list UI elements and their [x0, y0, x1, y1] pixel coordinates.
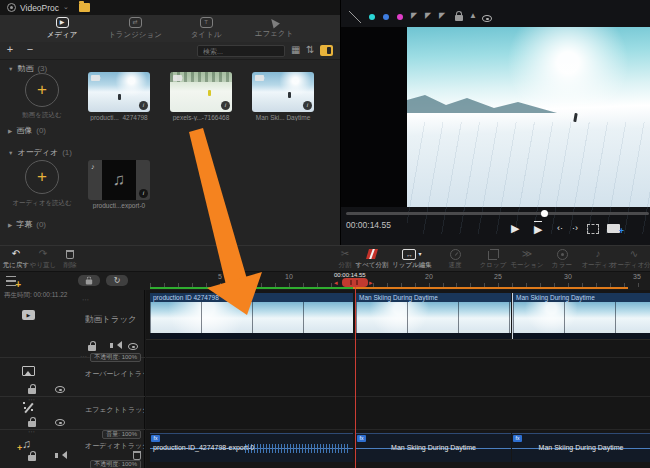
audio-track-icon: ♫: [22, 438, 31, 450]
video-thumbnail-1[interactable]: i: [88, 72, 150, 112]
load-video-button[interactable]: +: [25, 73, 59, 107]
ruler-mark: 35: [633, 273, 641, 280]
add-media-button[interactable]: +: [3, 43, 17, 55]
effect-track-label: エフェクトトラック: [85, 405, 144, 415]
load-video-label: 動画を読込む: [12, 111, 72, 120]
audio-split-button[interactable]: ∿ オーディオ分割: [611, 248, 650, 270]
lock-icon[interactable]: [455, 15, 463, 21]
section-audio-header[interactable]: ▼ オーディオ (1): [8, 147, 72, 158]
add-track-button[interactable]: [6, 276, 16, 286]
section-image-name: 画像: [16, 125, 32, 136]
eye-icon[interactable]: [128, 343, 138, 350]
audio-clip-3[interactable]: fx Man Skiing During Daytime: [512, 433, 650, 462]
audio-clip-2[interactable]: fx Man Skiing During Daytime: [356, 433, 511, 462]
speaker-icon[interactable]: [110, 343, 113, 348]
eye-icon[interactable]: [55, 386, 65, 393]
track-menu-dots[interactable]: ⋯: [82, 296, 90, 304]
delete-button[interactable]: 削除: [47, 248, 93, 270]
project-folder-icon[interactable]: [79, 3, 90, 12]
info-badge-icon: i: [139, 101, 148, 110]
video-thumbnail-3[interactable]: i: [252, 72, 314, 112]
timeline-loop-button[interactable]: ↻: [106, 275, 128, 286]
timeline-lock-button[interactable]: [78, 275, 100, 286]
play-button[interactable]: ▶: [511, 221, 519, 235]
section-image-header[interactable]: ▶ 画像 (0): [8, 125, 46, 136]
cursor-tool-3-icon[interactable]: ◤: [439, 11, 445, 20]
add-audio-plus-icon: +: [17, 443, 22, 453]
rendered-range-bar: [150, 287, 353, 289]
clip-filmstrip: [513, 302, 650, 333]
tab-media[interactable]: ▶ メディア: [34, 17, 90, 42]
trash-icon[interactable]: [133, 451, 141, 460]
playhead-left-chevron-icon: ◂: [334, 278, 338, 287]
marker-dot-magenta[interactable]: [397, 14, 403, 20]
lock-icon[interactable]: [28, 421, 36, 427]
tab-effect[interactable]: エフェクト: [245, 17, 303, 42]
play-from-start-button[interactable]: ▶: [534, 221, 542, 236]
section-audio-name: オーディオ: [17, 147, 58, 158]
timeline-ruler-bar[interactable]: ↻ 5 10 20 25 30 35 00:00:14.55 ◂ ▸: [0, 272, 650, 290]
prev-frame-button[interactable]: ‹·: [557, 221, 563, 235]
audio-split-label: オーディオ分割: [611, 261, 650, 270]
app-logo-icon: [7, 3, 16, 12]
remove-media-button[interactable]: −: [23, 43, 37, 55]
delete-label: 削除: [64, 261, 77, 270]
video-clip-3[interactable]: Man Skiing During Daytime: [512, 293, 650, 339]
snapshot-button[interactable]: [587, 224, 599, 234]
info-badge-icon: i: [303, 101, 312, 110]
video-clip-2[interactable]: Man Skiing During Daytime: [356, 293, 511, 339]
video-thumbnail-2[interactable]: i: [170, 72, 232, 112]
seek-bar[interactable]: [346, 212, 649, 215]
audio-thumbnail-1[interactable]: ♫ ♪ i: [88, 160, 150, 200]
ripple-edit-button[interactable]: ↔▾ リップル編集: [389, 248, 435, 270]
audio-label: オーディオ: [581, 261, 614, 270]
marker-dot-cyan[interactable]: [369, 14, 375, 20]
cursor-tool-2-icon[interactable]: ◤: [425, 11, 431, 20]
eye-icon[interactable]: [482, 15, 492, 22]
skier-figure: [288, 92, 291, 98]
section-subtitle-header[interactable]: ▶ 字幕 (0): [8, 219, 46, 230]
app-menu-chevron-icon[interactable]: ⌄: [63, 3, 69, 11]
video-preview: [407, 27, 650, 207]
tab-media-label: メディア: [47, 30, 78, 40]
search-input[interactable]: [197, 45, 285, 57]
lock-icon[interactable]: [28, 388, 36, 394]
triangle-icon[interactable]: ▲: [469, 11, 477, 20]
ruler-icon[interactable]: [349, 11, 361, 23]
video-clip-1[interactable]: production ID 4274798: [150, 293, 353, 339]
clip-filmstrip: [356, 302, 511, 333]
clip-filmstrip: [150, 302, 353, 333]
track-divider: [0, 396, 145, 397]
load-audio-button[interactable]: +: [25, 160, 59, 194]
tab-transition[interactable]: ⇄ トランジション: [100, 17, 170, 42]
seek-handle[interactable]: [541, 210, 548, 217]
video-thumbnail-2-label: pexels-y...-7166468: [170, 114, 232, 121]
audio-clip-1[interactable]: fx production-ID_4274798-export-0: [150, 433, 353, 462]
split-all-icon: [366, 248, 378, 260]
audio-track-label: オーディオトラック: [85, 441, 144, 451]
speaker-icon[interactable]: [55, 453, 58, 458]
cursor-tool-1-icon[interactable]: ◤: [411, 11, 417, 20]
audio-clip-2-label: Man Skiing During Daytime: [356, 444, 511, 451]
overlay-track-icon: [22, 366, 35, 376]
fx-badge: fx: [513, 435, 522, 442]
tab-title[interactable]: T タイトル: [180, 17, 232, 42]
crop-icon: [488, 248, 499, 260]
marker-dot-blue[interactable]: [383, 14, 389, 20]
video-track-label: 動画トラック: [85, 314, 144, 326]
app-title: VideoProc: [20, 3, 59, 13]
panel-toggle-icon[interactable]: [320, 45, 333, 56]
sort-icon[interactable]: ⇅: [306, 44, 314, 55]
title-bar: VideoProc ⌄: [0, 0, 340, 15]
lock-icon[interactable]: [88, 345, 96, 351]
playhead-line[interactable]: [355, 287, 356, 468]
eye-icon[interactable]: [55, 419, 65, 426]
music-note-icon: ♫: [102, 160, 136, 200]
next-frame-button[interactable]: ·›: [572, 221, 578, 235]
timeline-track-area[interactable]: production ID 4274798 Man Skiing During …: [146, 290, 650, 468]
lock-icon[interactable]: [28, 455, 36, 461]
grid-view-icon[interactable]: ▦: [291, 44, 300, 55]
export-button[interactable]: [607, 224, 620, 233]
playhead-grip[interactable]: [342, 278, 368, 287]
track-menu-dots[interactable]: ⋯: [28, 428, 36, 436]
